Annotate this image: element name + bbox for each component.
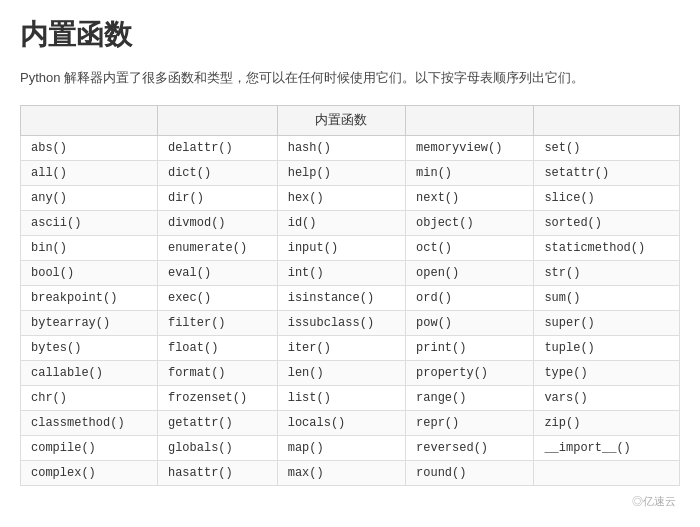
table-cell-0-3: memoryview() xyxy=(406,135,534,160)
table-cell-7-4: super() xyxy=(534,310,680,335)
table-cell-2-3: next() xyxy=(406,185,534,210)
table-cell-2-4: slice() xyxy=(534,185,680,210)
table-cell-2-1: dir() xyxy=(157,185,277,210)
table-cell-6-2: isinstance() xyxy=(277,285,405,310)
table-cell-3-1: divmod() xyxy=(157,210,277,235)
table-cell-7-2: issubclass() xyxy=(277,310,405,335)
table-row: compile()globals()map()reversed()__impor… xyxy=(21,435,680,460)
table-cell-2-2: hex() xyxy=(277,185,405,210)
table-cell-12-4: __import__() xyxy=(534,435,680,460)
table-row: bytearray()filter()issubclass()pow()supe… xyxy=(21,310,680,335)
table-cell-6-0: breakpoint() xyxy=(21,285,158,310)
col-header-5 xyxy=(534,105,680,135)
table-row: bytes()float()iter()print()tuple() xyxy=(21,335,680,360)
col-header-4 xyxy=(406,105,534,135)
table-cell-9-0: callable() xyxy=(21,360,158,385)
col-header-1 xyxy=(21,105,158,135)
table-cell-3-0: ascii() xyxy=(21,210,158,235)
table-cell-10-4: vars() xyxy=(534,385,680,410)
table-cell-13-4 xyxy=(534,460,680,485)
table-cell-0-0: abs() xyxy=(21,135,158,160)
table-row: bool()eval()int()open()str() xyxy=(21,260,680,285)
table-cell-11-0: classmethod() xyxy=(21,410,158,435)
table-row: chr()frozenset()list()range()vars() xyxy=(21,385,680,410)
table-cell-0-1: delattr() xyxy=(157,135,277,160)
table-cell-10-1: frozenset() xyxy=(157,385,277,410)
table-cell-2-0: any() xyxy=(21,185,158,210)
table-cell-3-4: sorted() xyxy=(534,210,680,235)
table-row: bin()enumerate()input()oct()staticmethod… xyxy=(21,235,680,260)
table-cell-5-4: str() xyxy=(534,260,680,285)
table-cell-6-3: ord() xyxy=(406,285,534,310)
table-row: classmethod()getattr()locals()repr()zip(… xyxy=(21,410,680,435)
table-row: abs()delattr()hash()memoryview()set() xyxy=(21,135,680,160)
table-cell-8-1: float() xyxy=(157,335,277,360)
table-cell-7-1: filter() xyxy=(157,310,277,335)
table-cell-4-3: oct() xyxy=(406,235,534,260)
table-cell-10-2: list() xyxy=(277,385,405,410)
table-cell-12-2: map() xyxy=(277,435,405,460)
table-cell-3-3: object() xyxy=(406,210,534,235)
table-cell-7-0: bytearray() xyxy=(21,310,158,335)
table-cell-1-3: min() xyxy=(406,160,534,185)
table-cell-13-2: max() xyxy=(277,460,405,485)
table-cell-8-2: iter() xyxy=(277,335,405,360)
page-title: 内置函数 xyxy=(20,16,680,54)
table-row: callable()format()len()property()type() xyxy=(21,360,680,385)
table-cell-5-1: eval() xyxy=(157,260,277,285)
table-cell-0-4: set() xyxy=(534,135,680,160)
table-cell-9-2: len() xyxy=(277,360,405,385)
table-cell-12-0: compile() xyxy=(21,435,158,460)
table-cell-10-3: range() xyxy=(406,385,534,410)
table-cell-1-1: dict() xyxy=(157,160,277,185)
watermark: ◎亿速云 xyxy=(20,494,680,509)
table-cell-9-1: format() xyxy=(157,360,277,385)
table-cell-11-3: repr() xyxy=(406,410,534,435)
table-cell-6-1: exec() xyxy=(157,285,277,310)
table-row: any()dir()hex()next()slice() xyxy=(21,185,680,210)
table-cell-5-0: bool() xyxy=(21,260,158,285)
table-cell-1-2: help() xyxy=(277,160,405,185)
table-cell-11-4: zip() xyxy=(534,410,680,435)
table-cell-13-3: round() xyxy=(406,460,534,485)
table-cell-11-2: locals() xyxy=(277,410,405,435)
table-cell-7-3: pow() xyxy=(406,310,534,335)
table-cell-4-1: enumerate() xyxy=(157,235,277,260)
table-cell-10-0: chr() xyxy=(21,385,158,410)
table-cell-4-0: bin() xyxy=(21,235,158,260)
table-row: breakpoint()exec()isinstance()ord()sum() xyxy=(21,285,680,310)
table-cell-13-1: hasattr() xyxy=(157,460,277,485)
table-cell-9-3: property() xyxy=(406,360,534,385)
table-cell-8-4: tuple() xyxy=(534,335,680,360)
table-cell-1-0: all() xyxy=(21,160,158,185)
table-cell-8-0: bytes() xyxy=(21,335,158,360)
table-cell-9-4: type() xyxy=(534,360,680,385)
description-text: Python 解释器内置了很多函数和类型，您可以在任何时候使用它们。以下按字母表… xyxy=(20,68,680,89)
table-cell-12-1: globals() xyxy=(157,435,277,460)
table-cell-12-3: reversed() xyxy=(406,435,534,460)
table-cell-13-0: complex() xyxy=(21,460,158,485)
table-cell-11-1: getattr() xyxy=(157,410,277,435)
builtin-functions-table: 内置函数 abs()delattr()hash()memoryview()set… xyxy=(20,105,680,486)
table-cell-4-4: staticmethod() xyxy=(534,235,680,260)
table-cell-0-2: hash() xyxy=(277,135,405,160)
table-cell-5-3: open() xyxy=(406,260,534,285)
table-cell-5-2: int() xyxy=(277,260,405,285)
table-main-header: 内置函数 xyxy=(277,105,405,135)
table-cell-1-4: setattr() xyxy=(534,160,680,185)
table-cell-6-4: sum() xyxy=(534,285,680,310)
table-row: all()dict()help()min()setattr() xyxy=(21,160,680,185)
table-cell-3-2: id() xyxy=(277,210,405,235)
col-header-2 xyxy=(157,105,277,135)
table-cell-4-2: input() xyxy=(277,235,405,260)
table-row: complex()hasattr()max()round() xyxy=(21,460,680,485)
table-cell-8-3: print() xyxy=(406,335,534,360)
table-row: ascii()divmod()id()object()sorted() xyxy=(21,210,680,235)
